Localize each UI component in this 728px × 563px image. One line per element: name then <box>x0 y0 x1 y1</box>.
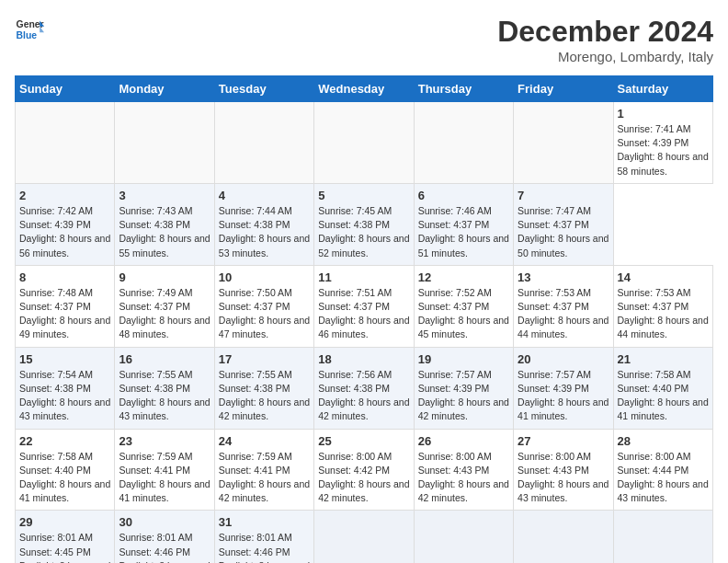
calendar-cell: 11Sunrise: 7:51 AMSunset: 4:37 PMDayligh… <box>314 265 414 347</box>
daylight: Daylight: 8 hours and 52 minutes. <box>318 233 409 258</box>
sunrise: Sunrise: 7:59 AM <box>119 451 192 462</box>
weekday-header-friday: Friday <box>514 76 613 102</box>
weekday-header-saturday: Saturday <box>613 76 712 102</box>
sunset: Sunset: 4:39 PM <box>418 383 490 394</box>
daylight: Daylight: 8 hours and 41 minutes. <box>518 396 609 421</box>
day-info: Sunrise: 7:45 AMSunset: 4:38 PMDaylight:… <box>318 204 409 260</box>
weekday-header-monday: Monday <box>115 76 214 102</box>
sunrise: Sunrise: 7:56 AM <box>318 369 392 380</box>
daylight: Daylight: 8 hours and 44 minutes. <box>618 315 709 339</box>
sunset: Sunset: 4:39 PM <box>518 383 589 394</box>
day-info: Sunrise: 7:53 AMSunset: 4:37 PMDaylight:… <box>518 286 609 342</box>
daylight: Daylight: 8 hours and 42 minutes. <box>318 396 409 421</box>
logo-icon: General Blue <box>15 15 44 44</box>
day-info: Sunrise: 8:01 AMSunset: 4:46 PMDaylight:… <box>119 531 210 563</box>
daylight: Daylight: 8 hours and 42 minutes. <box>318 478 409 503</box>
calendar-cell: 1Sunrise: 7:41 AMSunset: 4:39 PMDaylight… <box>613 102 712 184</box>
sunrise: Sunrise: 8:01 AM <box>19 532 93 543</box>
daylight: Daylight: 8 hours and 51 minutes. <box>418 233 509 258</box>
sunset: Sunset: 4:38 PM <box>19 383 91 394</box>
calendar-cell: 30Sunrise: 8:01 AMSunset: 4:46 PMDayligh… <box>115 511 214 563</box>
calendar-cell: 26Sunrise: 8:00 AMSunset: 4:43 PMDayligh… <box>414 429 513 511</box>
calendar-cell <box>514 102 613 184</box>
day-number: 12 <box>418 270 509 284</box>
calendar-cell: 8Sunrise: 7:48 AMSunset: 4:37 PMDaylight… <box>16 265 115 347</box>
sunrise: Sunrise: 7:41 AM <box>618 123 691 134</box>
sunset: Sunset: 4:41 PM <box>219 465 290 476</box>
sunset: Sunset: 4:37 PM <box>119 301 190 312</box>
day-number: 23 <box>119 434 210 448</box>
sunset: Sunset: 4:46 PM <box>219 546 290 557</box>
calendar-week-4: 15Sunrise: 7:54 AMSunset: 4:38 PMDayligh… <box>16 347 713 429</box>
day-info: Sunrise: 7:48 AMSunset: 4:37 PMDaylight:… <box>19 286 110 342</box>
calendar-cell <box>414 102 513 184</box>
daylight: Daylight: 8 hours and 42 minutes. <box>219 478 310 503</box>
day-info: Sunrise: 7:47 AMSunset: 4:37 PMDaylight:… <box>518 204 609 260</box>
day-info: Sunrise: 8:01 AMSunset: 4:45 PMDaylight:… <box>19 531 110 563</box>
daylight: Daylight: 8 hours and 41 minutes. <box>119 478 210 503</box>
sunset: Sunset: 4:46 PM <box>119 546 190 557</box>
calendar-table: SundayMondayTuesdayWednesdayThursdayFrid… <box>15 75 713 563</box>
sunrise: Sunrise: 7:57 AM <box>518 369 591 380</box>
sunrise: Sunrise: 8:00 AM <box>318 451 392 462</box>
calendar-cell: 13Sunrise: 7:53 AMSunset: 4:37 PMDayligh… <box>514 265 613 347</box>
calendar-cell <box>314 511 414 563</box>
daylight: Daylight: 8 hours and 43 minutes. <box>19 396 110 421</box>
daylight: Daylight: 8 hours and 48 minutes. <box>119 315 210 339</box>
sunrise: Sunrise: 7:51 AM <box>318 287 392 298</box>
calendar-week-2: 2Sunrise: 7:42 AMSunset: 4:39 PMDaylight… <box>16 183 713 265</box>
calendar-cell: 19Sunrise: 7:57 AMSunset: 4:39 PMDayligh… <box>414 347 513 429</box>
calendar-cell: 31Sunrise: 8:01 AMSunset: 4:46 PMDayligh… <box>214 511 313 563</box>
sunset: Sunset: 4:43 PM <box>518 465 589 476</box>
sunset: Sunset: 4:38 PM <box>318 219 390 230</box>
day-info: Sunrise: 7:50 AMSunset: 4:37 PMDaylight:… <box>219 286 310 342</box>
day-info: Sunrise: 7:58 AMSunset: 4:40 PMDaylight:… <box>618 368 709 424</box>
day-number: 13 <box>518 270 609 284</box>
sunrise: Sunrise: 8:00 AM <box>518 451 591 462</box>
sunset: Sunset: 4:37 PM <box>518 219 589 230</box>
sunset: Sunset: 4:38 PM <box>318 383 390 394</box>
day-number: 20 <box>518 352 609 366</box>
sunset: Sunset: 4:44 PM <box>618 465 689 476</box>
daylight: Daylight: 8 hours and 41 minutes. <box>618 396 709 421</box>
calendar-cell: 15Sunrise: 7:54 AMSunset: 4:38 PMDayligh… <box>16 347 115 429</box>
sunrise: Sunrise: 7:46 AM <box>418 205 492 216</box>
sunrise: Sunrise: 7:53 AM <box>518 287 591 298</box>
day-number: 29 <box>19 515 110 529</box>
sunrise: Sunrise: 7:54 AM <box>19 369 93 380</box>
calendar-cell: 5Sunrise: 7:45 AMSunset: 4:38 PMDaylight… <box>314 183 414 265</box>
sunrise: Sunrise: 7:58 AM <box>618 369 691 380</box>
day-info: Sunrise: 7:46 AMSunset: 4:37 PMDaylight:… <box>418 204 509 260</box>
calendar-cell: 4Sunrise: 7:44 AMSunset: 4:38 PMDaylight… <box>214 183 313 265</box>
day-number: 4 <box>219 189 310 202</box>
sunrise: Sunrise: 7:53 AM <box>618 287 691 298</box>
day-info: Sunrise: 7:55 AMSunset: 4:38 PMDaylight:… <box>219 368 310 424</box>
sunset: Sunset: 4:37 PM <box>518 301 589 312</box>
sunrise: Sunrise: 7:48 AM <box>19 287 93 298</box>
calendar-cell: 10Sunrise: 7:50 AMSunset: 4:37 PMDayligh… <box>214 265 313 347</box>
daylight: Daylight: 8 hours and 53 minutes. <box>219 233 310 258</box>
day-number: 11 <box>318 270 409 284</box>
calendar-week-3: 8Sunrise: 7:48 AMSunset: 4:37 PMDaylight… <box>16 265 713 347</box>
daylight: Daylight: 8 hours and 41 minutes. <box>19 478 110 503</box>
day-info: Sunrise: 7:42 AMSunset: 4:39 PMDaylight:… <box>19 204 110 260</box>
calendar-cell: 7Sunrise: 7:47 AMSunset: 4:37 PMDaylight… <box>514 183 613 265</box>
sunset: Sunset: 4:37 PM <box>418 219 490 230</box>
sunset: Sunset: 4:45 PM <box>19 546 91 557</box>
daylight: Daylight: 8 hours and 42 minutes. <box>418 478 509 503</box>
svg-text:Blue: Blue <box>17 30 38 40</box>
calendar-subtitle: Morengo, Lombardy, Italy <box>497 49 713 64</box>
daylight: Daylight: 8 hours and 43 minutes. <box>618 478 709 503</box>
calendar-cell: 16Sunrise: 7:55 AMSunset: 4:38 PMDayligh… <box>115 347 214 429</box>
day-info: Sunrise: 7:51 AMSunset: 4:37 PMDaylight:… <box>318 286 409 342</box>
day-number: 25 <box>318 434 409 448</box>
sunset: Sunset: 4:42 PM <box>318 465 390 476</box>
weekday-header-thursday: Thursday <box>414 76 513 102</box>
weekday-header-wednesday: Wednesday <box>314 76 414 102</box>
calendar-cell: 24Sunrise: 7:59 AMSunset: 4:41 PMDayligh… <box>214 429 313 511</box>
day-info: Sunrise: 7:55 AMSunset: 4:38 PMDaylight:… <box>119 368 210 424</box>
day-number: 7 <box>518 189 609 202</box>
day-info: Sunrise: 7:58 AMSunset: 4:40 PMDaylight:… <box>19 450 110 506</box>
daylight: Daylight: 8 hours and 42 minutes. <box>418 396 509 421</box>
calendar-cell <box>613 511 712 563</box>
